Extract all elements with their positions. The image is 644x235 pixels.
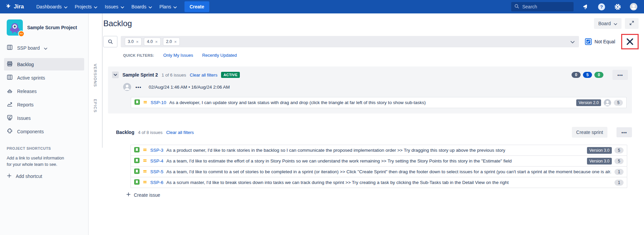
chevron-down-icon bbox=[44, 45, 47, 51]
priority-medium-icon bbox=[143, 180, 147, 185]
nav-projects[interactable]: Projects bbox=[71, 2, 101, 11]
project-name: Sample Scrum Project bbox=[27, 25, 77, 31]
chip-remove-icon[interactable]: × bbox=[155, 40, 158, 44]
issue-key-link[interactable]: SSP-10 bbox=[151, 100, 166, 105]
jira-logo[interactable]: Jira bbox=[5, 3, 24, 11]
nav-dashboards[interactable]: Dashboards bbox=[33, 2, 71, 11]
ship-icon bbox=[7, 88, 13, 95]
issue-row[interactable]: SSP-10 As a developer, I can update stor… bbox=[131, 97, 627, 108]
backlog-clear-filters-link[interactable]: Clear all filters bbox=[166, 130, 194, 135]
issue-row[interactable]: SSP-3 As a product owner, I'd like to ra… bbox=[130, 145, 627, 156]
clear-filter-highlight-box bbox=[621, 34, 639, 49]
nav-issues[interactable]: Issues bbox=[101, 2, 127, 11]
chevron-down-icon bbox=[614, 21, 617, 26]
assignee-avatar[interactable] bbox=[604, 99, 611, 106]
reports-chart-icon bbox=[7, 101, 13, 108]
page-title: Backlog bbox=[103, 19, 132, 28]
chevron-down-icon bbox=[64, 4, 67, 9]
sprint-date-range: 02/Aug/24 1:46 AM • 16/Aug/24 2:06 AM bbox=[149, 85, 230, 90]
issue-summary: As a team, I'd like to estimate the effo… bbox=[166, 158, 512, 163]
sprint-meta-more-icon[interactable]: ••• bbox=[136, 85, 142, 90]
filter-chip[interactable]: 3.0× bbox=[125, 38, 141, 45]
chip-remove-icon[interactable]: × bbox=[136, 40, 139, 44]
inprogress-count-badge: 5 bbox=[583, 72, 592, 78]
version-badge: Version 2.0 bbox=[576, 99, 601, 106]
search-icon bbox=[514, 4, 519, 10]
chevron-down-icon bbox=[149, 4, 152, 9]
gear-icon[interactable] bbox=[613, 2, 622, 11]
backlog-issue-count: 4 of 8 issues bbox=[138, 130, 162, 135]
backlog-main: VERSIONS EPICS Backlog Board bbox=[89, 13, 644, 235]
story-icon bbox=[134, 179, 140, 186]
sidebar-item-active-sprints[interactable]: Active sprints bbox=[4, 72, 84, 84]
search-input[interactable] bbox=[522, 4, 571, 10]
brand-label: Jira bbox=[14, 3, 24, 10]
board-menu-button[interactable]: Board bbox=[594, 18, 622, 29]
sprint-status-badge: ACTIVE bbox=[221, 72, 240, 78]
components-puzzle-icon bbox=[7, 128, 13, 135]
collapse-sprint-chevron-icon[interactable] bbox=[112, 72, 119, 78]
issue-key-link[interactable]: SSP-6 bbox=[150, 180, 163, 185]
expand-icon bbox=[629, 20, 634, 27]
add-shortcut-button[interactable]: Add shortcut bbox=[7, 173, 82, 179]
filter-chip[interactable]: 2.0× bbox=[163, 38, 179, 45]
create-sprint-button[interactable]: Create sprint bbox=[572, 127, 607, 138]
sidebar-item-components[interactable]: Components bbox=[4, 125, 84, 138]
board-switcher-label: SSP board bbox=[17, 45, 40, 51]
nav-plans[interactable]: Plans bbox=[156, 2, 180, 11]
version-filter-field[interactable]: 3.0× 4.0× 2.0× bbox=[121, 36, 579, 47]
not-equal-toggle[interactable]: Not Equal bbox=[585, 38, 615, 45]
nav-boards[interactable]: Boards bbox=[128, 2, 156, 11]
not-equal-checkbox[interactable] bbox=[585, 38, 592, 45]
top-navigation: Jira Dashboards Projects Issues Boards P… bbox=[0, 0, 644, 13]
project-avatar[interactable]: <> bbox=[7, 19, 23, 36]
priority-medium-icon bbox=[143, 158, 147, 164]
quick-filter-only-my-issues[interactable]: Only My Issues bbox=[163, 53, 193, 58]
filter-chip[interactable]: 4.0× bbox=[144, 38, 160, 45]
issue-row[interactable]: SSP-4 As a team, I'd like to estimate th… bbox=[130, 155, 627, 167]
estimate-badge: 1 bbox=[614, 169, 624, 175]
issue-key-link[interactable]: SSP-5 bbox=[150, 169, 163, 174]
sidebar-item-backlog[interactable]: Backlog bbox=[4, 58, 84, 70]
issue-row[interactable]: SSP-6 As a scrum master, I'd like to bre… bbox=[130, 177, 627, 188]
sidebar-item-releases[interactable]: Releases bbox=[4, 85, 84, 97]
user-avatar[interactable] bbox=[629, 2, 638, 11]
announcements-megaphone-icon[interactable] bbox=[581, 2, 590, 11]
shortcuts-description: Add a link to useful information for you… bbox=[7, 155, 69, 168]
chip-remove-icon[interactable]: × bbox=[174, 40, 177, 44]
story-icon bbox=[134, 158, 140, 164]
chevron-down-icon[interactable] bbox=[571, 39, 575, 45]
plus-icon bbox=[126, 192, 131, 198]
board-switcher[interactable]: SSP board bbox=[4, 42, 84, 54]
close-filter-button[interactable] bbox=[626, 38, 634, 46]
chevron-down-icon bbox=[121, 4, 124, 9]
todo-count-badge: 0 bbox=[572, 72, 581, 78]
sidebar-item-issues[interactable]: Issues bbox=[4, 112, 84, 124]
global-search[interactable] bbox=[511, 2, 574, 11]
project-shortcuts-heading: PROJECT SHORTCUTS bbox=[7, 146, 82, 150]
create-button[interactable]: Create bbox=[184, 1, 209, 12]
issues-icon bbox=[7, 114, 13, 122]
estimate-badge: 1 bbox=[614, 180, 624, 186]
quick-filter-recently-updated[interactable]: Recently Updated bbox=[202, 53, 237, 58]
chevron-down-icon bbox=[94, 4, 97, 9]
sprint-clear-filters-link[interactable]: Clear all filters bbox=[190, 73, 217, 78]
story-icon bbox=[134, 147, 140, 153]
active-sprints-icon bbox=[7, 74, 13, 81]
help-icon[interactable]: ? bbox=[597, 2, 606, 11]
issue-summary: As a developer, I can update story and t… bbox=[169, 100, 426, 105]
issue-key-link[interactable]: SSP-4 bbox=[150, 158, 163, 163]
estimate-badge: 5 bbox=[614, 158, 624, 164]
fullscreen-button[interactable] bbox=[625, 18, 639, 29]
create-issue-button[interactable]: Create issue bbox=[126, 192, 632, 198]
issue-search-button[interactable] bbox=[103, 36, 117, 47]
sidebar-item-reports[interactable]: Reports bbox=[4, 98, 84, 111]
assignee-avatar[interactable] bbox=[123, 83, 131, 91]
story-icon bbox=[134, 169, 140, 175]
backlog-section-name: Backlog bbox=[116, 130, 134, 135]
backlog-more-button[interactable]: ••• bbox=[616, 127, 632, 137]
issue-row[interactable]: SSP-5 As a team, I'd like to commit to a… bbox=[130, 166, 627, 177]
issue-key-link[interactable]: SSP-3 bbox=[150, 148, 163, 153]
sprint-more-button[interactable]: ••• bbox=[612, 70, 628, 80]
issue-summary: As a scrum master, I'd like to break sto… bbox=[166, 180, 509, 185]
